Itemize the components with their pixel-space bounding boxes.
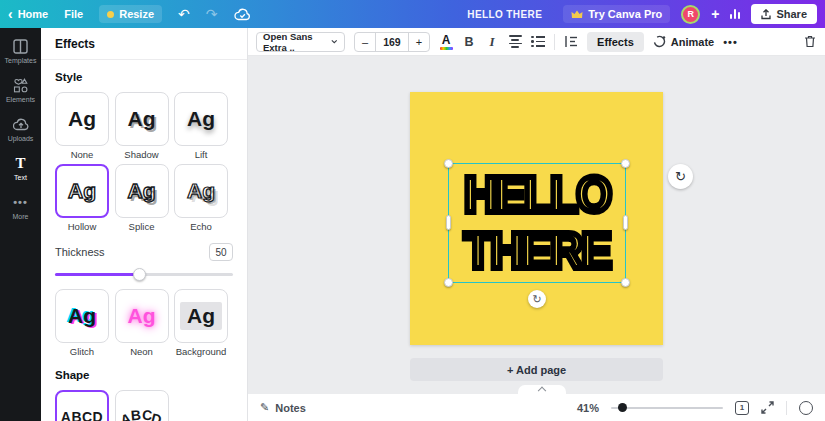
thickness-slider[interactable]: [55, 267, 233, 281]
effect-sample: Ag: [128, 179, 156, 203]
font-family-dropdown[interactable]: Open Sans Extra ..: [256, 32, 345, 52]
shape-section-header: Shape: [55, 369, 233, 381]
bottombar: ✎ Notes 41% 1: [248, 394, 825, 421]
effect-tile-lift[interactable]: Ag Lift: [174, 92, 228, 161]
effect-sample: Ag: [128, 107, 156, 131]
file-label: File: [64, 8, 83, 20]
share-button[interactable]: Share: [751, 4, 817, 24]
selection-handle-bottom-right[interactable]: [621, 278, 630, 287]
home-button[interactable]: ‹ Home: [8, 7, 48, 21]
insights-chart-icon[interactable]: [730, 9, 740, 19]
sidebar-item-templates[interactable]: Templates: [0, 38, 41, 64]
selection-handle-top-left[interactable]: [444, 159, 453, 168]
zoom-slider-track: [611, 407, 723, 409]
animate-circle-icon: [653, 35, 666, 48]
add-member-button[interactable]: +: [711, 6, 719, 22]
selection-box[interactable]: ↻: [448, 163, 626, 283]
zoom-slider[interactable]: [611, 403, 723, 413]
chevron-up-icon: [538, 387, 546, 395]
font-size-decrease-button[interactable]: –: [355, 33, 375, 51]
effect-tile-neon[interactable]: Ag Neon: [115, 289, 169, 358]
effects-button[interactable]: Effects: [587, 32, 644, 52]
toolbar-divider: [554, 34, 555, 50]
redo-icon[interactable]: ↷: [206, 7, 218, 21]
try-canva-pro-button[interactable]: Try Canva Pro: [563, 5, 670, 23]
thickness-label: Thickness: [55, 246, 105, 258]
bottombar-divider: [786, 401, 787, 415]
slider-thumb[interactable]: [133, 268, 146, 281]
try-pro-label: Try Canva Pro: [588, 8, 662, 20]
rotate-handle-icon[interactable]: ↻: [528, 290, 546, 308]
effect-tile-hollow[interactable]: Ag Hollow: [55, 164, 109, 233]
animate-button[interactable]: Animate: [653, 35, 714, 48]
elements-shapes-icon: [13, 77, 28, 93]
italic-button[interactable]: I: [485, 32, 499, 52]
fullscreen-icon[interactable]: [761, 401, 774, 414]
rainbow-color-bar: [440, 47, 453, 50]
font-size-value[interactable]: 169: [375, 33, 409, 51]
sidebar-item-uploads[interactable]: Uploads: [0, 116, 41, 142]
resize-button[interactable]: Resize: [99, 5, 162, 23]
share-label: Share: [776, 8, 807, 20]
effect-tile-glitch[interactable]: Ag Glitch: [55, 289, 109, 358]
effect-sample: Ag: [68, 179, 96, 203]
style-tile-grid-2: Ag Glitch Ag Neon Ag Background: [55, 289, 233, 358]
help-button[interactable]: [799, 401, 813, 415]
delete-icon[interactable]: [803, 32, 817, 52]
resize-dot-icon: [107, 11, 114, 18]
chevron-down-icon: [331, 39, 338, 44]
notes-button[interactable]: ✎ Notes: [260, 401, 306, 414]
bold-button[interactable]: B: [462, 32, 476, 52]
text-toolbar: Open Sans Extra .. – 169 + A B I Effects…: [248, 28, 825, 56]
sidebar-item-elements[interactable]: Elements: [0, 77, 41, 103]
more-dots-icon: •••: [13, 194, 28, 210]
effect-tile-echo[interactable]: Ag Echo: [174, 164, 228, 233]
text-color-button[interactable]: A: [439, 32, 453, 52]
shape-tile-grid: ABCD ABCD: [55, 390, 233, 421]
resize-label: Resize: [119, 8, 154, 20]
effect-sample: Ag: [187, 179, 215, 203]
effect-tile-none[interactable]: Ag None: [55, 92, 109, 161]
notes-pencil-icon: ✎: [260, 401, 269, 414]
back-chevron-icon: ‹: [8, 7, 13, 21]
sidebar-item-more[interactable]: ••• More: [0, 194, 41, 220]
uploads-cloud-icon: [13, 116, 29, 132]
thickness-value-input[interactable]: 50: [209, 243, 233, 261]
font-size-increase-button[interactable]: +: [409, 33, 429, 51]
shape-tile-straight[interactable]: ABCD: [55, 390, 109, 421]
zoom-percent[interactable]: 41%: [577, 402, 599, 414]
effect-tile-shadow[interactable]: Ag Shadow: [115, 92, 169, 161]
canvas-page[interactable]: HELLO THERE ↻: [410, 92, 663, 345]
home-label: Home: [18, 8, 49, 20]
effect-tile-splice[interactable]: Ag Splice: [115, 164, 169, 233]
avatar[interactable]: R: [681, 5, 700, 24]
letter-spacing-icon[interactable]: [564, 32, 578, 52]
selection-handle-left[interactable]: [446, 215, 451, 230]
upload-icon: [761, 9, 771, 20]
list-icon[interactable]: [531, 32, 545, 52]
show-pages-tab[interactable]: [518, 385, 566, 394]
selection-handle-top-right[interactable]: [621, 159, 630, 168]
slider-fill: [55, 273, 139, 276]
panel-title: Effects: [55, 28, 233, 59]
document-title[interactable]: HELLO THERE: [467, 9, 542, 20]
cloud-save-icon: [234, 4, 251, 24]
topbar: ‹ Home File Resize ↶ ↷ HELLO THERE Try C…: [0, 0, 825, 28]
sidebar-item-text[interactable]: T Text: [0, 155, 41, 181]
text-align-icon[interactable]: [508, 32, 522, 52]
refresh-button-icon[interactable]: ↻: [668, 164, 693, 189]
toolbar-more-button[interactable]: •••: [723, 36, 738, 48]
effect-sample: Ag: [128, 304, 156, 328]
panel-separator: [41, 59, 247, 60]
effect-sample: Ag: [180, 302, 222, 330]
selection-handle-bottom-left[interactable]: [444, 278, 453, 287]
shape-tile-curved[interactable]: ABCD: [115, 390, 169, 421]
thickness-row: Thickness 50: [55, 243, 233, 261]
effect-tile-background[interactable]: Ag Background: [174, 289, 228, 358]
undo-icon[interactable]: ↶: [178, 7, 190, 21]
file-menu-button[interactable]: File: [64, 8, 83, 20]
add-page-button[interactable]: + Add page: [410, 358, 663, 381]
page-view-button[interactable]: 1: [735, 401, 749, 415]
zoom-slider-thumb[interactable]: [618, 403, 627, 412]
selection-handle-right[interactable]: [623, 215, 628, 230]
